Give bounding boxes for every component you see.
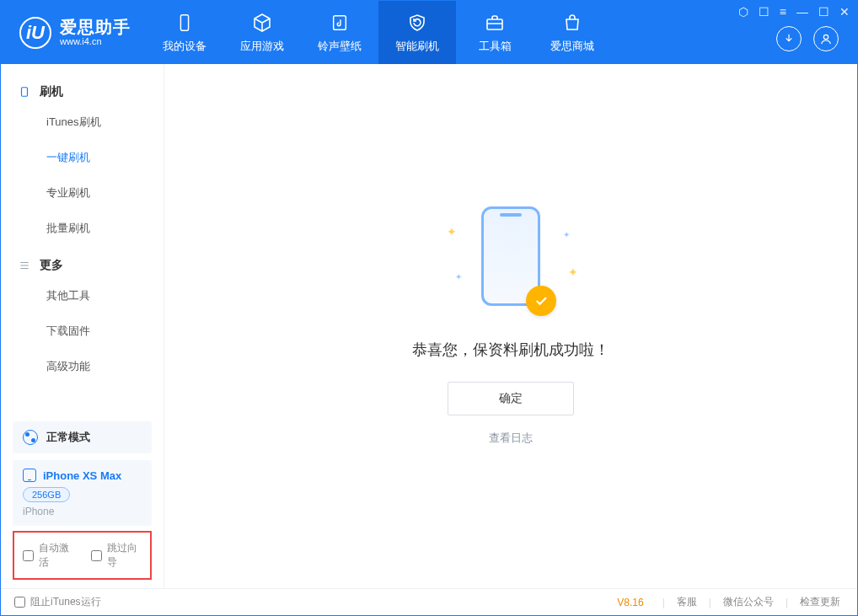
download-manager-button[interactable]: [776, 26, 802, 51]
main-content: ✦ ✦ ✦ ✦ 恭喜您，保资料刷机成功啦！ 确定 查看日志: [164, 64, 857, 588]
sidebar-item-other-tools[interactable]: 其他工具: [1, 278, 164, 313]
shopping-bag-icon: [561, 12, 583, 34]
account-button[interactable]: [813, 26, 839, 51]
maximize-icon[interactable]: ☐: [818, 5, 829, 19]
sidebar-item-oneclick-flash[interactable]: 一键刷机: [1, 140, 164, 175]
device-name: iPhone XS Max: [43, 469, 121, 482]
tab-my-device[interactable]: 我的设备: [146, 1, 223, 64]
sidebar-item-download-firmware[interactable]: 下载固件: [1, 313, 164, 349]
checkbox-auto-activate[interactable]: 自动激活: [23, 541, 74, 570]
toolbox-icon: [484, 12, 506, 34]
svg-rect-2: [487, 19, 502, 29]
footer-link-wechat[interactable]: 微信公众号: [720, 595, 777, 609]
sidebar-item-batch-flash[interactable]: 批量刷机: [1, 211, 164, 246]
tshirt-icon[interactable]: ⬡: [738, 5, 748, 19]
sparkle-icon: ✦: [455, 272, 462, 281]
version-label: V8.16: [617, 597, 643, 608]
checkmark-badge-icon: [526, 286, 556, 316]
device-type: iPhone: [23, 506, 142, 517]
flash-options-highlight: 自动激活 跳过向导: [13, 531, 152, 580]
tab-store[interactable]: 爱思商城: [534, 1, 611, 64]
app-header: iU 爱思助手 www.i4.cn 我的设备 应用游戏 铃声壁纸 智能刷机: [1, 1, 857, 64]
main-tabs: 我的设备 应用游戏 铃声壁纸 智能刷机 工具箱 爱思商城: [146, 1, 611, 64]
view-log-link[interactable]: 查看日志: [489, 431, 533, 446]
device-mode-card[interactable]: 正常模式: [13, 421, 152, 453]
tab-toolbox[interactable]: 工具箱: [456, 1, 534, 64]
menu-icon[interactable]: ≡: [780, 5, 786, 19]
sidebar-item-pro-flash[interactable]: 专业刷机: [1, 175, 164, 211]
tab-smart-flash[interactable]: 智能刷机: [378, 1, 456, 64]
footer-link-update[interactable]: 检查更新: [796, 595, 844, 609]
svg-rect-1: [334, 15, 346, 29]
svg-point-3: [823, 35, 828, 39]
sidebar: 刷机 iTunes刷机 一键刷机 专业刷机 批量刷机 更多 其他工具 下载固件 …: [1, 64, 164, 588]
sidebar-group-more: 更多: [1, 246, 164, 278]
checkbox-skip-guide[interactable]: 跳过向导: [91, 541, 142, 570]
sparkle-icon: ✦: [568, 265, 578, 279]
close-icon[interactable]: ✕: [839, 5, 850, 19]
sidebar-item-advanced[interactable]: 高级功能: [1, 349, 164, 384]
phone-icon: [174, 12, 196, 34]
brand-url: www.i4.cn: [60, 36, 131, 46]
minimize-icon[interactable]: —: [796, 5, 808, 19]
list-icon: [18, 259, 31, 272]
brand: iU 爱思助手 www.i4.cn: [1, 1, 146, 64]
device-icon: [18, 85, 31, 99]
sidebar-item-itunes-flash[interactable]: iTunes刷机: [1, 104, 164, 140]
normal-mode-icon: [23, 430, 38, 445]
lock-icon[interactable]: ☐: [759, 5, 770, 19]
window-controls: ⬡ ☐ ≡ — ☐ ✕: [738, 5, 850, 19]
checkbox-block-itunes[interactable]: 阻止iTunes运行: [14, 595, 101, 609]
svg-rect-0: [180, 14, 188, 29]
music-note-icon: [329, 12, 351, 34]
success-illustration: ✦ ✦ ✦ ✦: [443, 206, 578, 324]
brand-name: 爱思助手: [60, 18, 131, 36]
sparkle-icon: ✦: [563, 230, 570, 239]
ok-button[interactable]: 确定: [448, 382, 574, 415]
sparkle-icon: ✦: [447, 225, 457, 238]
sidebar-group-flash: 刷机: [1, 72, 164, 104]
success-message: 恭喜您，保资料刷机成功啦！: [412, 340, 609, 360]
device-card[interactable]: iPhone XS Max 256GB iPhone: [13, 460, 152, 526]
footer-link-support[interactable]: 客服: [673, 595, 700, 609]
tab-ringtone-wallpaper[interactable]: 铃声壁纸: [301, 1, 378, 64]
refresh-shield-icon: [406, 12, 428, 34]
brand-logo-icon: iU: [19, 17, 51, 49]
device-capacity: 256GB: [23, 487, 70, 502]
status-bar: 阻止iTunes运行 V8.16 | 客服 | 微信公众号 | 检查更新: [1, 588, 857, 615]
phone-small-icon: [23, 469, 36, 482]
cube-icon: [251, 12, 273, 34]
tab-apps-games[interactable]: 应用游戏: [223, 1, 301, 64]
svg-rect-4: [22, 88, 28, 97]
